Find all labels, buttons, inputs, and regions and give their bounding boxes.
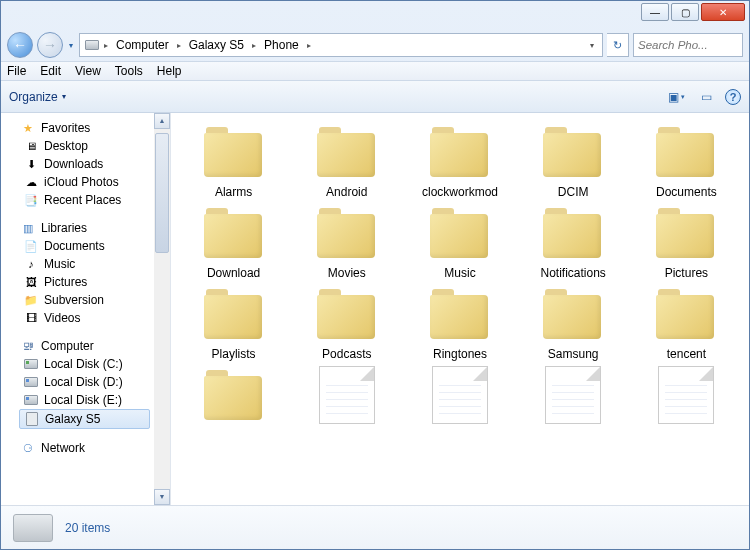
folder-item[interactable]: Podcasts: [290, 285, 403, 362]
file-item[interactable]: [630, 366, 743, 443]
computer-icon: 🖳: [20, 339, 36, 353]
file-item[interactable]: [403, 366, 516, 443]
sidebar-item-local-disk-c[interactable]: Local Disk (C:): [1, 355, 152, 373]
address-bar[interactable]: ▸ Computer ▸ Galaxy S5 ▸ Phone ▸ ▾: [79, 33, 603, 57]
file-icon: [658, 366, 714, 424]
scroll-up-button[interactable]: ▲: [154, 113, 170, 129]
folder-item[interactable]: Documents: [630, 123, 743, 200]
sidebar-item-local-disk-e[interactable]: Local Disk (E:): [1, 391, 152, 409]
breadcrumb-sep-icon[interactable]: ▸: [177, 41, 181, 50]
sidebar-item-desktop[interactable]: 🖥Desktop: [1, 137, 152, 155]
sidebar-item-music[interactable]: ♪Music: [1, 255, 152, 273]
menu-help[interactable]: Help: [157, 64, 182, 78]
folder-item[interactable]: Download: [177, 204, 290, 281]
sidebar-item-label: iCloud Photos: [44, 175, 119, 189]
folder-icon: 📁: [23, 293, 39, 307]
breadcrumb-phone[interactable]: Phone: [260, 38, 303, 52]
scroll-down-button[interactable]: ▼: [154, 489, 170, 505]
sidebar-item-galaxy-s5[interactable]: Galaxy S5: [19, 409, 150, 429]
folder-icon: [311, 204, 383, 262]
star-icon: ★: [20, 121, 36, 135]
search-input[interactable]: [634, 34, 742, 56]
folder-item[interactable]: Notifications: [517, 204, 630, 281]
music-icon: ♪: [23, 257, 39, 271]
menu-view[interactable]: View: [75, 64, 101, 78]
folder-icon: [198, 366, 270, 424]
folder-item[interactable]: tencent: [630, 285, 743, 362]
titlebar[interactable]: — ▢ ✕: [1, 1, 749, 29]
sidebar-item-documents[interactable]: 📄Documents: [1, 237, 152, 255]
folder-item[interactable]: Samsung: [517, 285, 630, 362]
sidebar-item-downloads[interactable]: ⬇Downloads: [1, 155, 152, 173]
minimize-button[interactable]: —: [641, 3, 669, 21]
folder-item[interactable]: Ringtones: [403, 285, 516, 362]
menu-tools[interactable]: Tools: [115, 64, 143, 78]
navigation-pane[interactable]: ★ Favorites 🖥Desktop ⬇Downloads ☁iCloud …: [1, 113, 171, 505]
folder-item[interactable]: Android: [290, 123, 403, 200]
address-dropdown-button[interactable]: ▾: [586, 41, 598, 50]
file-item[interactable]: [290, 366, 403, 443]
sidebar-item-videos[interactable]: 🎞Videos: [1, 309, 152, 327]
item-label: Notifications: [541, 266, 606, 281]
item-label: Android: [326, 185, 367, 200]
back-button[interactable]: ←: [7, 32, 33, 58]
scroll-thumb[interactable]: [155, 133, 169, 253]
sidebar-item-pictures[interactable]: 🖼Pictures: [1, 273, 152, 291]
folder-icon: [198, 285, 270, 343]
sidebar-item-local-disk-d[interactable]: Local Disk (D:): [1, 373, 152, 391]
sidebar-item-label: Pictures: [44, 275, 87, 289]
folder-item[interactable]: Music: [403, 204, 516, 281]
sidebar-item-subversion[interactable]: 📁Subversion: [1, 291, 152, 309]
view-mode-button[interactable]: ▣ ▾: [665, 87, 687, 107]
documents-icon: 📄: [23, 239, 39, 253]
folder-item[interactable]: [177, 366, 290, 443]
libraries-header[interactable]: ▥ Libraries: [1, 219, 152, 237]
cloud-icon: ☁: [23, 175, 39, 189]
drive-icon: [23, 393, 39, 407]
search-box[interactable]: [633, 33, 743, 57]
folder-item[interactable]: DCIM: [517, 123, 630, 200]
preview-pane-button[interactable]: ▭: [695, 87, 717, 107]
device-large-icon: [13, 514, 53, 542]
menu-edit[interactable]: Edit: [40, 64, 61, 78]
network-icon: ⚆: [20, 441, 36, 455]
item-label: Playlists: [212, 347, 256, 362]
recent-locations-button[interactable]: ▾: [67, 41, 75, 50]
explorer-window: — ▢ ✕ ← → ▾ ▸ Computer ▸ Galaxy S5 ▸ Pho…: [0, 0, 750, 550]
favorites-group: ★ Favorites 🖥Desktop ⬇Downloads ☁iCloud …: [1, 119, 170, 209]
folder-item[interactable]: Alarms: [177, 123, 290, 200]
libraries-group: ▥ Libraries 📄Documents ♪Music 🖼Pictures …: [1, 219, 170, 327]
forward-button[interactable]: →: [37, 32, 63, 58]
sidebar-item-icloud-photos[interactable]: ☁iCloud Photos: [1, 173, 152, 191]
breadcrumb-galaxy-s5[interactable]: Galaxy S5: [185, 38, 248, 52]
maximize-button[interactable]: ▢: [671, 3, 699, 21]
organize-button[interactable]: Organize ▾: [9, 90, 66, 104]
folder-icon: [424, 204, 496, 262]
network-header[interactable]: ⚆ Network: [1, 439, 152, 457]
computer-group: 🖳 Computer Local Disk (C:) Local Disk (D…: [1, 337, 170, 429]
favorites-header[interactable]: ★ Favorites: [1, 119, 152, 137]
sidebar-item-label: Subversion: [44, 293, 104, 307]
sidebar-item-recent-places[interactable]: 📑Recent Places: [1, 191, 152, 209]
item-label: DCIM: [558, 185, 589, 200]
file-item[interactable]: [517, 366, 630, 443]
folder-item[interactable]: clockworkmod: [403, 123, 516, 200]
sidebar-item-label: Desktop: [44, 139, 88, 153]
item-label: Pictures: [665, 266, 708, 281]
folder-item[interactable]: Pictures: [630, 204, 743, 281]
videos-icon: 🎞: [23, 311, 39, 325]
help-button[interactable]: ?: [725, 89, 741, 105]
content-pane[interactable]: AlarmsAndroidclockworkmodDCIMDocumentsDo…: [171, 113, 749, 505]
breadcrumb-computer[interactable]: Computer: [112, 38, 173, 52]
breadcrumb-sep-icon[interactable]: ▸: [307, 41, 311, 50]
breadcrumb-sep-icon[interactable]: ▸: [252, 41, 256, 50]
refresh-button[interactable]: ↻: [607, 33, 629, 57]
folder-item[interactable]: Playlists: [177, 285, 290, 362]
menu-file[interactable]: File: [7, 64, 26, 78]
computer-header[interactable]: 🖳 Computer: [1, 337, 152, 355]
item-label: Ringtones: [433, 347, 487, 362]
device-icon: [24, 412, 40, 426]
folder-item[interactable]: Movies: [290, 204, 403, 281]
nav-scrollbar[interactable]: ▲ ▼: [154, 113, 170, 505]
close-button[interactable]: ✕: [701, 3, 745, 21]
